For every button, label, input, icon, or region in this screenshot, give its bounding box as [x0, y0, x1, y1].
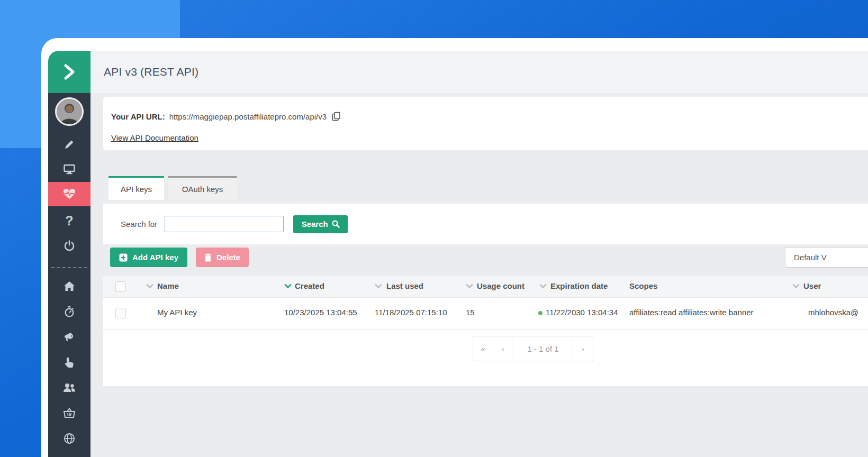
- page-header: API v3 (REST API): [91, 51, 868, 93]
- power-icon: [64, 240, 75, 252]
- sort-chevron-icon[interactable]: [375, 284, 382, 289]
- default-view-button[interactable]: Default V: [785, 247, 868, 268]
- sidebar: ?: [48, 93, 91, 457]
- cell-name: My API key: [157, 308, 197, 317]
- column-header-last-used[interactable]: Last used: [386, 281, 423, 290]
- table-header-row: Name Created Last used Usage count: [103, 276, 868, 298]
- monitor-icon: [64, 164, 75, 175]
- sidebar-item-edit[interactable]: [48, 132, 91, 157]
- chevron-right-icon: [61, 62, 77, 81]
- column-header-usage-count[interactable]: Usage count: [477, 281, 525, 290]
- users-icon: [62, 382, 76, 393]
- cell-scopes: affiliates:read affiliates:write banner: [629, 308, 754, 317]
- search-input[interactable]: [165, 216, 284, 232]
- megaphone-icon: [63, 331, 76, 343]
- sidebar-item-health-active[interactable]: [48, 182, 91, 206]
- table-row[interactable]: My API key 10/23/2025 13:04:55 11/18/202…: [103, 298, 868, 330]
- delete-label: Delete: [216, 253, 240, 262]
- tab-api-keys[interactable]: API keys: [108, 176, 164, 200]
- column-header-name[interactable]: Name: [157, 281, 179, 290]
- sidebar-item-desktop[interactable]: [48, 157, 91, 181]
- globe-icon: [64, 433, 75, 444]
- pagination-first-button[interactable]: «: [473, 336, 493, 361]
- sidebar-expand-button[interactable]: [48, 51, 91, 93]
- select-all-checkbox[interactable]: [115, 281, 126, 292]
- api-url-value: https://maggiepap.postaffiliatepro.com/a…: [169, 112, 327, 121]
- column-header-user[interactable]: User: [803, 281, 821, 290]
- cell-expiration-date: 11/22/2030 13:04:34: [546, 308, 626, 317]
- trash-icon: [204, 253, 212, 262]
- sort-chevron-icon-active[interactable]: [284, 284, 292, 289]
- sidebar-item-logout[interactable]: [48, 234, 91, 258]
- tab-oauth-keys[interactable]: OAuth keys: [168, 176, 237, 200]
- search-button[interactable]: Search: [293, 215, 348, 233]
- pagination-prev-button[interactable]: ‹: [493, 336, 513, 361]
- hand-pointer-icon: [65, 357, 74, 368]
- search-button-label: Search: [302, 220, 328, 229]
- sort-chevron-icon[interactable]: [146, 284, 153, 289]
- screen: API v3 (REST API): [0, 0, 868, 457]
- pagination-next-button[interactable]: ›: [573, 336, 593, 361]
- basket-icon: [63, 408, 76, 418]
- stopwatch-icon: [64, 306, 75, 317]
- view-api-documentation-link[interactable]: View API Documentation: [111, 133, 198, 142]
- sidebar-item-promotion[interactable]: [48, 325, 91, 349]
- api-keys-table: Name Created Last used Usage count: [103, 276, 868, 386]
- column-header-expiration-date[interactable]: Expiration date: [550, 281, 608, 290]
- pagination-range-label: 1 - 1 of 1: [513, 336, 573, 361]
- column-header-scopes[interactable]: Scopes: [629, 281, 657, 290]
- app-window: API v3 (REST API): [41, 38, 868, 457]
- copy-icon[interactable]: [332, 112, 341, 121]
- api-url-card: Your API URL: https://maggiepap.postaffi…: [103, 97, 868, 150]
- search-icon: [332, 220, 340, 228]
- tab-api-keys-label: API keys: [121, 185, 152, 194]
- home-icon: [64, 281, 75, 291]
- add-api-key-button[interactable]: Add API key: [110, 248, 187, 267]
- row-checkbox[interactable]: [115, 308, 126, 318]
- user-avatar[interactable]: [55, 97, 84, 126]
- cell-created: 10/23/2025 13:04:55: [284, 308, 357, 317]
- plus-square-icon: [119, 253, 128, 262]
- search-label: Search for: [121, 220, 157, 229]
- sort-chevron-icon[interactable]: [539, 284, 547, 289]
- sort-chevron-icon[interactable]: [792, 284, 800, 289]
- sidebar-item-help[interactable]: ?: [48, 208, 91, 233]
- sidebar-item-timer[interactable]: [48, 299, 91, 324]
- sidebar-item-clicks[interactable]: [48, 350, 91, 374]
- delete-button[interactable]: Delete: [196, 248, 249, 267]
- default-view-label: Default V: [794, 253, 827, 262]
- sidebar-item-orders[interactable]: [48, 401, 91, 425]
- pagination: « ‹ 1 - 1 of 1 ›: [473, 336, 593, 361]
- sidebar-divider: [51, 267, 87, 268]
- expiration-status-dot: [538, 311, 542, 315]
- sort-chevron-icon[interactable]: [466, 284, 473, 289]
- sidebar-item-home[interactable]: [48, 274, 91, 298]
- tab-oauth-keys-label: OAuth keys: [182, 185, 223, 194]
- sidebar-item-affiliates[interactable]: [48, 376, 91, 400]
- content-area: Your API URL: https://maggiepap.postaffi…: [91, 93, 868, 457]
- cell-usage-count: 15: [466, 308, 475, 317]
- cell-user: mhlohovska@: [808, 308, 868, 317]
- cell-last-used: 11/18/2025 07:15:10: [375, 308, 447, 317]
- sidebar-item-network[interactable]: [48, 426, 91, 451]
- heartbeat-icon: [63, 188, 76, 200]
- search-panel: Search for Search: [103, 204, 868, 244]
- column-header-created[interactable]: Created: [295, 281, 324, 290]
- add-api-key-label: Add API key: [132, 253, 178, 262]
- question-icon: ?: [65, 214, 73, 227]
- pencil-icon: [64, 139, 75, 150]
- page-title: API v3 (REST API): [104, 66, 198, 78]
- api-url-label: Your API URL:: [111, 112, 165, 121]
